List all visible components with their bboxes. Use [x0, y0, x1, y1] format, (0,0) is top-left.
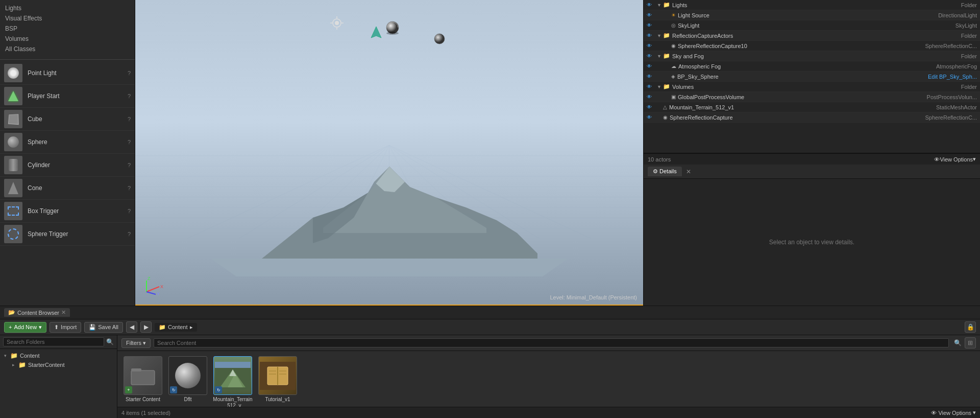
outliner-row-lightsource[interactable]: 👁 ☀ Light Source DirectionalLight	[644, 10, 980, 20]
outliner-row-skyfogtfolder[interactable]: 👁 ▼ 📁 Sky and Fog Folder	[644, 51, 980, 61]
outliner-type: Folder	[905, 2, 977, 8]
content-browser-tab[interactable]: 📂 Content Browser ✕	[4, 308, 70, 317]
details-close-icon[interactable]: ✕	[686, 168, 691, 175]
refresh-icon: ↻	[170, 386, 177, 393]
eye-icon[interactable]: 👁	[647, 33, 655, 38]
outliner-row-postprocess[interactable]: 👁 ▣ GlobalPostProcessVolume PostProcessV…	[644, 92, 980, 102]
outliner-row-atmosphericfog[interactable]: 👁 ☁ Atmospheric Fog AtmosphericFog	[644, 61, 980, 72]
outliner-type: StaticMeshActor	[905, 104, 977, 110]
category-lights[interactable]: Lights	[5, 3, 130, 13]
expand-icon[interactable]: ▸	[12, 362, 18, 367]
eye-icon[interactable]: 👁	[647, 2, 655, 8]
content-thumb-dflt[interactable]: ↻	[168, 356, 207, 395]
content-thumb-mountainterrain[interactable]: ↻	[213, 356, 252, 395]
place-item-cube[interactable]: Cube ?	[0, 108, 135, 131]
content-thumb-tutorial[interactable]	[258, 356, 297, 395]
actor-icon: ◎	[671, 22, 676, 28]
category-all-classes[interactable]: All Classes	[5, 44, 130, 54]
content-item-dflt[interactable]: ↻ Dflt	[167, 356, 208, 407]
content-thumb-startercontent[interactable]: +	[124, 356, 162, 395]
svg-point-22	[333, 19, 341, 27]
import-button[interactable]: ⬆ Import	[50, 322, 81, 333]
expand-arrow[interactable]: ▼	[657, 33, 663, 38]
boxtrigger-label: Box Trigger	[28, 207, 128, 215]
content-item-startercontent[interactable]: + Starter Content	[122, 356, 163, 407]
view-options-button[interactable]: 👁 View Options ▾	[934, 156, 976, 162]
outliner-row-volumesfolder[interactable]: 👁 ▼ 📁 Volumes Folder	[644, 82, 980, 92]
content-item-mountainterrain[interactable]: ↻ Mountain_Terrain_512_v	[212, 356, 253, 407]
outliner-row-spherereflcapture[interactable]: 👁 ◉ SphereReflectionCapture SphereReflec…	[644, 112, 980, 123]
actor-icon: ☀	[671, 12, 676, 18]
eye-icon[interactable]: 👁	[647, 63, 655, 69]
expand-arrow[interactable]: ▼	[657, 84, 663, 89]
outliner-footer: 10 actors 👁 View Options ▾	[644, 153, 980, 165]
outliner-row-reflectionfolder[interactable]: 👁 ▼ 📁 ReflectionCaptureActors Folder	[644, 31, 980, 41]
filters-button[interactable]: Filters ▾	[121, 338, 151, 348]
folder-icon: 📁	[663, 83, 670, 90]
nav-forward-button[interactable]: ▶	[140, 321, 152, 333]
add-new-icon: +	[9, 324, 12, 330]
expand-arrow[interactable]: ▼	[657, 3, 663, 8]
eye-icon[interactable]: 👁	[647, 74, 655, 79]
eye-icon[interactable]: 👁	[647, 43, 655, 49]
outliner-name: ReflectionCaptureActors	[672, 33, 905, 39]
content-view-options-button[interactable]: 👁 View Options ▾	[931, 409, 976, 416]
outliner-row-skylight[interactable]: 👁 ◎ SkyLight SkyLight	[644, 20, 980, 31]
place-item-cylinder[interactable]: Cylinder ?	[0, 154, 135, 177]
expand-arrow[interactable]: ▼	[657, 54, 663, 59]
add-new-button[interactable]: + Add New ▾	[4, 322, 46, 333]
outliner-type: Folder	[905, 33, 977, 39]
grid-view-button[interactable]: ⊞	[965, 337, 976, 349]
category-visual-effects[interactable]: Visual Effects	[5, 13, 130, 24]
category-bsp[interactable]: BSP	[5, 24, 130, 34]
sphere-icon	[8, 136, 19, 148]
category-volumes[interactable]: Volumes	[5, 34, 130, 44]
details-tab-label: Details	[659, 168, 677, 174]
svg-point-31	[434, 34, 445, 44]
outliner-row-bpskysphere[interactable]: 👁 ◈ BP_Sky_Sphere Edit BP_Sky_Sph...	[644, 72, 980, 82]
outliner-row-sphererefl10[interactable]: 👁 ◉ SphereReflectionCapture10 SphereRefl…	[644, 41, 980, 51]
content-browser-tab-label: Content Browser	[17, 310, 59, 316]
eye-icon[interactable]: 👁	[647, 12, 655, 18]
details-tab[interactable]: ⚙ Details	[648, 167, 682, 176]
place-item-playerstart[interactable]: Player Start ?	[0, 85, 135, 108]
outliner-type: Folder	[905, 84, 977, 90]
view-options-label: View Options	[938, 410, 971, 416]
eye-icon[interactable]: 👁	[647, 84, 655, 89]
place-item-sphere[interactable]: Sphere ?	[0, 131, 135, 154]
add-new-label: Add New	[14, 324, 37, 330]
cone-help: ?	[128, 185, 131, 191]
eye-icon[interactable]: 👁	[647, 53, 655, 59]
place-item-pointlight[interactable]: Point Light ?	[0, 62, 135, 85]
folder-item-startercontent[interactable]: ▸ 📁 StarterContent	[2, 360, 115, 369]
outliner-type-link[interactable]: Edit BP_Sky_Sph...	[905, 74, 977, 80]
content-search-input[interactable]	[154, 338, 949, 347]
viewport[interactable]: X Z Y Level: Minimal_Default (Persistent…	[135, 0, 643, 306]
lock-button[interactable]: 🔒	[965, 321, 976, 333]
eye-icon[interactable]: 👁	[647, 94, 655, 100]
save-all-button[interactable]: 💾 Save All	[84, 322, 123, 333]
outliner-row-lights[interactable]: 👁 ▼ 📁 Lights Folder	[644, 0, 980, 10]
place-item-spheretrigger[interactable]: Sphere Trigger ?	[0, 223, 135, 246]
expand-icon[interactable]: ▾	[4, 353, 10, 358]
svg-rect-38	[131, 370, 155, 385]
eye-icon[interactable]: 👁	[647, 104, 655, 110]
eye-icon[interactable]: 👁	[647, 22, 655, 28]
outliner-type: SphereReflectionC...	[905, 114, 977, 121]
place-item-cone[interactable]: Cone ?	[0, 177, 135, 200]
place-item-boxtrigger[interactable]: Box Trigger ?	[0, 200, 135, 223]
import-icon: ⬆	[54, 324, 59, 331]
eye-icon: 👁	[931, 410, 937, 416]
eye-icon[interactable]: 👁	[647, 114, 655, 120]
folder-search-input[interactable]	[3, 337, 104, 346]
folder-item-content[interactable]: ▾ 📁 Content	[2, 351, 115, 360]
content-browser-close-icon[interactable]: ✕	[61, 309, 66, 316]
outliner-name: Sky and Fog	[672, 53, 905, 59]
folder-search-bar: 🔍	[0, 335, 117, 349]
content-item-tutorial[interactable]: Tutorial_v1	[257, 356, 298, 407]
items-count: 4 items (1 selected)	[121, 410, 170, 416]
save-all-label: Save All	[98, 324, 118, 330]
nav-back-button[interactable]: ◀	[126, 321, 137, 333]
outliner-row-terrain[interactable]: 👁 △ Mountain_Terrain_512_v1 StaticMeshAc…	[644, 102, 980, 112]
content-browser-main: 🔍 ▾ 📁 Content ▸ 📁 StarterContent	[0, 335, 980, 418]
